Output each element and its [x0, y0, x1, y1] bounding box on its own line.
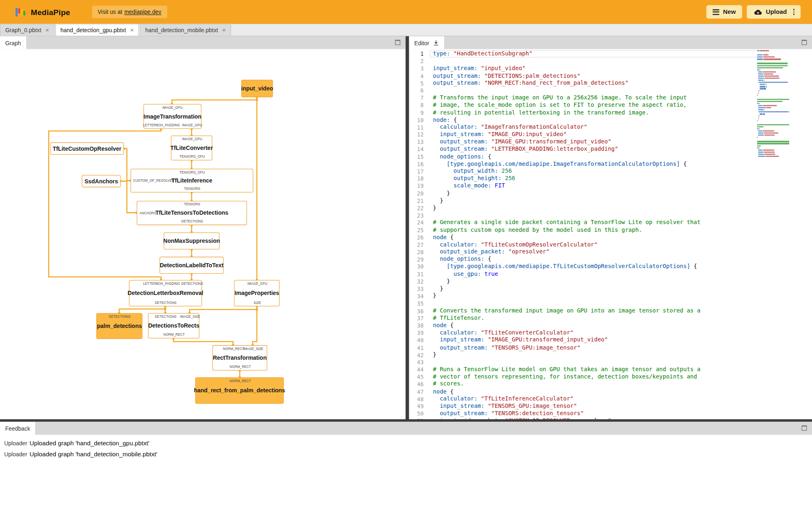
code-line[interactable]: 50 output_stream: "TENSORS:detection_ten… [409, 410, 812, 417]
code-line[interactable]: 41 output_stream: "TENSORS_GPU:image_ten… [409, 344, 812, 351]
node-port-detections: DETECTIONS [155, 301, 177, 304]
code-line[interactable]: 39 calculator: "TfLiteConverterCalculato… [409, 329, 812, 337]
code-line[interactable]: 46# scores. [409, 381, 812, 388]
code-line[interactable]: 1type: "HandDetectionSubgraph" [409, 50, 812, 57]
new-button[interactable]: New [706, 5, 742, 19]
code-line[interactable]: 8# image, the scale_mode option is set t… [409, 101, 812, 109]
node-port-letterbox_padding: LETTERBOX_PADDING [143, 124, 180, 127]
expand-feedback-panel-icon[interactable] [802, 425, 807, 431]
graph-node-palm_detections[interactable]: palm_detectionsDETECTIONS [96, 313, 142, 339]
code-line[interactable]: 17 output_width: 256 [409, 168, 812, 175]
graph-node-DetectionLetterboxRemoval[interactable]: DetectionLetterboxRemovalLETTERBOX_PADDI… [129, 280, 202, 306]
top-app-bar: MediaPipe Visit us at mediapipe.dev New … [0, 0, 812, 24]
code-line[interactable]: 9# resulting in potential letterboxing i… [409, 109, 812, 116]
code-line-text: # resulting in potential letterboxing in… [433, 109, 812, 116]
code-line[interactable]: 30 [type.googleapis.com/mediapipe.TfLite… [409, 263, 812, 271]
code-line[interactable]: 21 } [409, 197, 812, 205]
expand-graph-panel-icon[interactable] [395, 40, 400, 45]
code-line[interactable]: 2 [409, 57, 812, 65]
file-tab-hand_detection_mobile.pbtxt[interactable]: hand_detection_mobile.pbtxt× [140, 24, 231, 35]
code-line[interactable]: 28 output_side_packet: "opresolver" [409, 249, 812, 256]
graph-node-RectTransformation[interactable]: RectTransformationNORM_RECTIMAGE_SIZENOR… [212, 345, 267, 370]
code-line[interactable]: 18 output_height: 256 [409, 175, 812, 183]
code-line[interactable]: 51 input_side_packet: "CUSTOM_OP_RESOLVE… [409, 417, 812, 419]
graph-node-TfLiteCustomOpResolver[interactable]: TfLiteCustomOpResolver [50, 142, 124, 154]
tab-editor[interactable]: Editor [409, 36, 445, 49]
code-line[interactable]: 27 calculator: "TfLiteCustomOpResolverCa… [409, 241, 812, 249]
code-line[interactable]: 43 [409, 359, 812, 366]
code-line[interactable]: 24# Generates a single side packet conta… [409, 219, 812, 227]
code-line[interactable]: 14 output_stream: "LETTERBOX_PADDING:let… [409, 146, 812, 153]
code-line[interactable]: 10node: { [409, 116, 812, 123]
close-tab-icon[interactable]: × [222, 27, 226, 33]
code-line[interactable]: 4output_stream: "DETECTIONS:palm_detecti… [409, 72, 812, 79]
tab-graph[interactable]: Graph [0, 36, 27, 49]
minimap-line [757, 75, 797, 77]
graph-node-ImageTransformation[interactable]: ImageTransformationIMAGE_GPULETTERBOX_PA… [143, 104, 201, 129]
code-line[interactable]: 49 input_stream: "TENSORS_GPU:image_tens… [409, 403, 812, 410]
graph-node-TfLiteConverter[interactable]: TfLiteConverterIMAGE_GPUTENSORS_GPU [171, 136, 212, 161]
graph-node-TfLiteInference[interactable]: TfLiteInferenceTENSORS_GPUTENSORSCUSTOM_… [130, 169, 253, 192]
graph-node-input_video[interactable]: input_video [241, 80, 273, 97]
file-tab-Graph_0.pbtxt[interactable]: Graph_0.pbtxt× [0, 24, 54, 35]
graph-tab-label: Graph [5, 40, 21, 46]
line-number: 47 [409, 388, 424, 395]
code-line[interactable]: 44# Runs a TensorFlow Lite model on GPU … [409, 366, 812, 373]
code-line[interactable]: 11 calculator: "ImageTransformationCalcu… [409, 123, 812, 131]
code-line[interactable]: 6 [409, 87, 812, 94]
line-number: 14 [409, 146, 424, 153]
code-line[interactable]: 15 node_options: { [409, 153, 812, 161]
code-line[interactable]: 48 calculator: "TfLiteInferenceCalculato… [409, 395, 812, 403]
kebab-menu-icon[interactable] [793, 9, 794, 15]
graph-node-SsdAnchors[interactable]: SsdAnchors [82, 175, 121, 187]
graph-node-hand_rect_from_palm_detections[interactable]: hand_rect_from_palm_detectionsNORM_RECT [195, 377, 284, 404]
code-line[interactable]: 12 input_stream: "IMAGE_GPU:input_video" [409, 131, 812, 138]
code-area[interactable]: 1type: "HandDetectionSubgraph"23input_st… [409, 49, 812, 419]
code-line[interactable]: 22} [409, 205, 812, 212]
code-line[interactable]: 3input_stream: "input_video" [409, 65, 812, 72]
line-number: 43 [409, 359, 424, 366]
minimap-line [757, 120, 797, 121]
code-line[interactable]: 19 scale_mode: FIT [409, 183, 812, 190]
code-line[interactable]: 34} [409, 293, 812, 300]
tab-feedback[interactable]: Feedback [0, 422, 36, 435]
code-line[interactable]: 42} [409, 351, 812, 359]
code-line[interactable]: 37# TfLiteTensor. [409, 315, 812, 322]
code-line[interactable]: 33 } [409, 285, 812, 293]
graph-node-ImageProperties[interactable]: ImagePropertiesIMAGE_GPUSIZE [234, 280, 280, 306]
upload-button[interactable]: Upload [747, 5, 801, 19]
file-tab-hand_detection_gpu.pbtxt[interactable]: hand_detection_gpu.pbtxt× [55, 24, 139, 35]
code-line[interactable]: 23 [409, 212, 812, 219]
code-line[interactable]: 5output_stream: "NORM_RECT:hand_rect_fro… [409, 79, 812, 87]
node-port-norm_rect: NORM_RECT [163, 333, 185, 337]
code-line[interactable]: 47node { [409, 388, 812, 395]
download-icon[interactable] [433, 40, 439, 46]
mediapipe-dev-link[interactable]: mediapipe.dev [124, 9, 161, 15]
code-line[interactable]: 13 output_stream: "IMAGE_GPU:transformed… [409, 139, 812, 146]
minimap-line [757, 105, 797, 106]
expand-editor-panel-icon[interactable] [802, 40, 807, 45]
code-line[interactable]: 16 [type.googleapis.com/mediapipe.ImageT… [409, 161, 812, 168]
graph-node-DetectionsToRects[interactable]: DetectionsToRectsDETECTIONSIMAGE_SIZENOR… [148, 313, 199, 339]
code-line[interactable]: 20 } [409, 190, 812, 197]
code-line[interactable]: 35 [409, 300, 812, 307]
close-tab-icon[interactable]: × [45, 27, 49, 33]
code-line[interactable]: 31 use_gpu: true [409, 271, 812, 278]
code-line[interactable]: 36# Converts the transformed input image… [409, 307, 812, 315]
graph-node-NonMaxSuppression[interactable]: NonMaxSuppression [163, 232, 219, 249]
code-line[interactable]: 25# supports custom ops needed by the mo… [409, 227, 812, 234]
line-number: 33 [409, 285, 424, 293]
code-line[interactable]: 38node { [409, 322, 812, 329]
editor-minimap[interactable] [757, 50, 797, 158]
code-line[interactable]: 40 input_stream: "IMAGE_GPU:transformed_… [409, 337, 812, 344]
line-number: 12 [409, 131, 424, 138]
code-line[interactable]: 32 } [409, 278, 812, 285]
code-line[interactable]: 45# vector of tensors representing, for … [409, 373, 812, 381]
code-line[interactable]: 7# Transforms the input image on GPU to … [409, 94, 812, 101]
graph-canvas[interactable]: input_videoImageTransformationIMAGE_GPUL… [0, 49, 406, 419]
graph-node-TfLiteTensorsToDetections[interactable]: TfLiteTensorsToDetectionsTENSORSDETECTIO… [137, 201, 247, 225]
code-line[interactable]: 29 node_options: { [409, 256, 812, 263]
graph-node-DetectionLabelIdToText[interactable]: DetectionLabelIdToText [159, 257, 224, 274]
code-line[interactable]: 26node { [409, 234, 812, 241]
close-tab-icon[interactable]: × [130, 27, 134, 33]
